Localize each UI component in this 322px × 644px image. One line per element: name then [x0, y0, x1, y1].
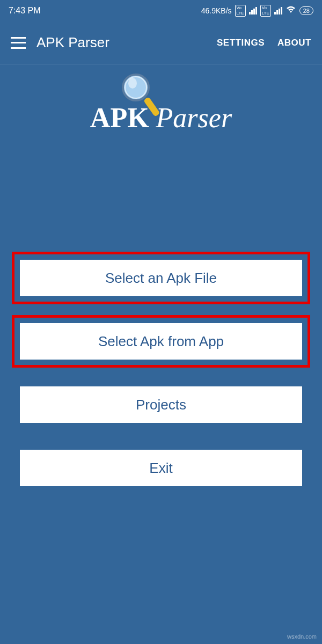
highlight-box-2: Select Apk from App	[12, 315, 310, 368]
data-speed: 46.9KB/s	[201, 6, 232, 15]
select-apk-from-app-button[interactable]: Select Apk from App	[20, 323, 302, 360]
hamburger-menu-icon[interactable]	[11, 37, 26, 49]
lte-icon-1: VoLTE	[235, 5, 246, 17]
wifi-icon	[286, 5, 296, 17]
signal-icon-2	[274, 7, 282, 14]
status-bar: 7:43 PM 46.9KB/s VoLTE VoLTE 28	[0, 0, 322, 21]
status-time: 7:43 PM	[9, 6, 41, 16]
select-apk-file-button[interactable]: Select an Apk File	[20, 260, 302, 296]
logo-parser-text: Parser	[156, 103, 232, 133]
exit-button[interactable]: Exit	[20, 450, 302, 486]
about-button[interactable]: ABOUT	[277, 38, 311, 48]
status-indicators: 46.9KB/s VoLTE VoLTE 28	[201, 5, 313, 17]
lte-icon-2: VoLTE	[260, 5, 271, 17]
svg-point-2	[128, 78, 137, 89]
svg-rect-3	[143, 97, 160, 117]
app-toolbar: APK Parser SETTINGS ABOUT	[0, 21, 322, 64]
battery-icon: 28	[299, 6, 313, 15]
svg-point-0	[123, 75, 149, 100]
logo-area: APK Parser	[0, 64, 322, 139]
projects-button[interactable]: Projects	[20, 386, 302, 423]
main-button-area: Select an Apk File Select Apk from App P…	[0, 252, 322, 494]
watermark: wsxdn.com	[287, 633, 317, 640]
magnifier-icon	[120, 72, 163, 123]
signal-icon-1	[249, 7, 257, 14]
app-title: APK Parser	[36, 34, 206, 51]
settings-button[interactable]: SETTINGS	[217, 38, 265, 48]
highlight-box-1: Select an Apk File	[12, 252, 310, 304]
